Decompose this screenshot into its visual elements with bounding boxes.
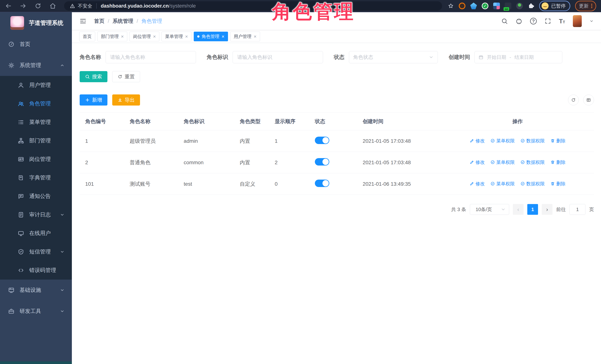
fullscreen-icon[interactable] — [544, 18, 551, 24]
cell-role-id: 101 — [80, 173, 127, 195]
sidebar-item-dev-tools[interactable]: 研发工具 — [0, 301, 72, 322]
extension-green-dot-icon[interactable] — [516, 3, 523, 9]
next-page-button[interactable]: › — [542, 204, 552, 215]
reset-button[interactable]: 重置 — [112, 71, 140, 82]
role-key-input[interactable] — [233, 51, 323, 63]
menu-permission-link[interactable]: 菜单权限 — [491, 159, 515, 165]
sidebar-item-departments[interactable]: 部门管理 — [0, 131, 72, 150]
extension-blue-icon[interactable] — [470, 3, 477, 9]
sidebar-item-label: 错误码管理 — [29, 267, 56, 274]
page-1-button[interactable]: 1 — [527, 204, 538, 215]
extension-orange-icon[interactable] — [459, 3, 465, 9]
tab-departments[interactable]: 部门管理× — [97, 32, 127, 41]
extension-switch-icon[interactable]: on — [505, 3, 511, 9]
avatar-caret-icon[interactable] — [590, 19, 594, 23]
data-permission-link[interactable]: 数据权限 — [521, 159, 545, 165]
sidebar-item-positions[interactable]: 岗位管理 — [0, 150, 72, 168]
table-toolbar: 新增 导出 — [80, 94, 594, 106]
tab-roles[interactable]: 角色管理× — [194, 32, 228, 41]
bookmark-star-icon[interactable] — [448, 3, 454, 9]
browser-update-button[interactable]: 更新 — [575, 1, 596, 11]
sidebar-item-system[interactable]: 系统管理 — [0, 55, 72, 76]
delete-link[interactable]: 删除 — [551, 138, 566, 144]
sidebar-item-notices[interactable]: 通知公告 — [0, 187, 72, 206]
sidebar-item-users[interactable]: 用户管理 — [0, 76, 72, 94]
infrastructure-icon — [8, 287, 14, 293]
columns-icon — [586, 98, 591, 102]
role-name-input[interactable] — [106, 51, 196, 63]
close-icon[interactable]: × — [121, 34, 124, 39]
export-button[interactable]: 导出 — [112, 94, 140, 106]
prev-page-button[interactable]: ‹ — [513, 204, 524, 215]
sidebar-item-online-users[interactable]: 在线用户 — [0, 224, 72, 243]
sidebar-item-home[interactable]: 首页 — [0, 34, 72, 55]
tab-menus[interactable]: 菜单管理× — [161, 32, 191, 41]
extension-grid-icon[interactable] — [493, 3, 500, 9]
data-permission-link[interactable]: 数据权限 — [521, 138, 545, 144]
profile-paused-pill[interactable]: 已暂停 — [539, 1, 570, 11]
sidebar-item-audit-log[interactable]: 审计日志 — [0, 206, 72, 224]
chevron-down-icon — [429, 55, 434, 60]
browser-menu-dots-icon[interactable] — [591, 3, 592, 9]
sidebar-item-menus[interactable]: 菜单管理 — [0, 113, 72, 131]
refresh-table-button[interactable] — [568, 95, 579, 105]
gear-icon — [8, 62, 14, 69]
page-size-select[interactable]: 10条/页 — [470, 204, 509, 215]
browser-forward-icon[interactable] — [20, 2, 27, 10]
close-icon[interactable]: × — [185, 34, 188, 39]
edit-link[interactable]: 修改 — [470, 138, 485, 144]
tab-users[interactable]: 用户管理× — [230, 32, 260, 41]
search-icon[interactable] — [501, 18, 508, 24]
sidebar-item-label: 用户管理 — [29, 81, 51, 89]
active-tab-dot — [197, 35, 200, 38]
user-avatar[interactable] — [573, 15, 582, 27]
browser-reload-icon[interactable] — [34, 2, 41, 10]
close-icon[interactable]: × — [222, 34, 224, 39]
goto-label: 前往 — [556, 206, 566, 213]
status-toggle[interactable] — [315, 180, 329, 187]
menu-permission-link[interactable]: 菜单权限 — [491, 181, 515, 187]
close-icon[interactable]: × — [153, 34, 156, 39]
edit-link[interactable]: 修改 — [470, 181, 485, 187]
edit-link[interactable]: 修改 — [470, 159, 485, 165]
delete-link[interactable]: 删除 — [551, 159, 566, 165]
sidebar-item-infrastructure[interactable]: 基础设施 — [0, 280, 72, 301]
app-logo-row[interactable]: 芋道管理系统 — [0, 12, 72, 34]
status-label: 状态 — [334, 53, 344, 61]
sidebar-item-sms[interactable]: 短信管理 — [0, 243, 72, 261]
goto-page-input[interactable] — [570, 204, 585, 215]
status-select[interactable]: 角色状态 — [349, 51, 438, 63]
browser-home-icon[interactable] — [49, 2, 56, 10]
font-size-icon[interactable]: TT — [559, 18, 565, 24]
add-button[interactable]: 新增 — [80, 94, 107, 106]
sidebar-item-error-codes[interactable]: 错误码管理 — [0, 261, 72, 280]
not-secure-icon[interactable] — [70, 3, 75, 9]
toggle-columns-button[interactable] — [583, 95, 594, 105]
tab-positions[interactable]: 岗位管理× — [130, 32, 159, 41]
help-icon[interactable]: ? — [530, 18, 537, 24]
search-button[interactable]: 搜索 — [80, 71, 107, 82]
browser-back-icon[interactable] — [5, 2, 12, 10]
delete-link[interactable]: 删除 — [551, 181, 566, 187]
breadcrumb-system[interactable]: 系统管理 — [113, 18, 133, 25]
menu-permission-link[interactable]: 菜单权限 — [491, 138, 515, 144]
status-toggle[interactable] — [315, 158, 329, 166]
github-icon[interactable] — [516, 18, 522, 24]
page-content: 角色名称 角色标识 状态 角色状态 创建时间 开始日期 - 结束日期 — [72, 43, 601, 215]
breadcrumb-home[interactable]: 首页 — [94, 18, 104, 25]
app-logo-image — [10, 16, 24, 30]
data-permission-link[interactable]: 数据权限 — [521, 181, 545, 187]
annotation-overlay-title: 角色管理 — [272, 0, 355, 25]
collapse-sidebar-icon[interactable] — [79, 17, 87, 25]
status-toggle[interactable] — [315, 137, 329, 144]
extension-green-check-icon[interactable]: ✓ — [482, 3, 488, 9]
extensions-puzzle-icon[interactable] — [528, 3, 534, 9]
sidebar-item-roles[interactable]: 角色管理 — [0, 94, 72, 113]
browser-extensions-area: ✓ on 已暂停 更新 — [448, 1, 596, 11]
close-icon[interactable]: × — [254, 34, 257, 39]
col-role-key: 角色标识 — [181, 113, 238, 130]
sidebar-item-dictionary[interactable]: 字典管理 — [0, 168, 72, 187]
tab-home[interactable]: 首页 — [79, 32, 95, 41]
create-time-range-picker[interactable]: 开始日期 - 结束日期 — [474, 51, 562, 63]
address-bar[interactable]: 不安全 dashboard.yudao.iocoder.cn /system/r… — [64, 1, 442, 10]
